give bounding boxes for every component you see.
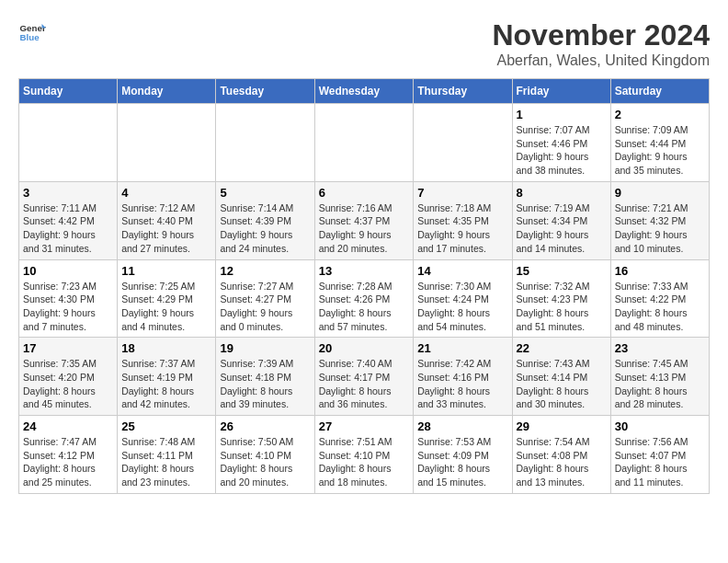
day-cell: 18Sunrise: 7:37 AM Sunset: 4:19 PM Dayli…	[118, 338, 216, 416]
day-number: 20	[319, 341, 410, 355]
day-cell: 4Sunrise: 7:12 AM Sunset: 4:40 PM Daylig…	[118, 181, 216, 259]
day-cell: 8Sunrise: 7:19 AM Sunset: 4:34 PM Daylig…	[512, 181, 610, 259]
day-cell	[314, 104, 414, 182]
day-info: Sunrise: 7:11 AM Sunset: 4:42 PM Dayligh…	[23, 201, 113, 256]
location-title: Aberfan, Wales, United Kingdom	[492, 52, 710, 69]
week-row-2: 3Sunrise: 7:11 AM Sunset: 4:42 PM Daylig…	[19, 181, 710, 259]
day-number: 14	[417, 264, 507, 278]
day-number: 8	[517, 186, 607, 200]
day-cell: 20Sunrise: 7:40 AM Sunset: 4:17 PM Dayli…	[314, 338, 414, 416]
day-cell: 7Sunrise: 7:18 AM Sunset: 4:35 PM Daylig…	[414, 181, 512, 259]
day-number: 19	[220, 341, 310, 355]
day-info: Sunrise: 7:56 AM Sunset: 4:07 PM Dayligh…	[615, 435, 705, 489]
day-number: 4	[121, 186, 211, 200]
day-info: Sunrise: 7:42 AM Sunset: 4:16 PM Dayligh…	[417, 357, 507, 411]
day-number: 3	[23, 186, 113, 200]
day-cell: 14Sunrise: 7:30 AM Sunset: 4:24 PM Dayli…	[414, 259, 512, 338]
day-cell: 25Sunrise: 7:48 AM Sunset: 4:11 PM Dayli…	[118, 416, 216, 494]
day-cell: 9Sunrise: 7:21 AM Sunset: 4:32 PM Daylig…	[610, 181, 709, 259]
day-cell	[216, 104, 314, 182]
day-info: Sunrise: 7:18 AM Sunset: 4:35 PM Dayligh…	[417, 201, 507, 256]
day-cell	[118, 104, 216, 182]
day-info: Sunrise: 7:54 AM Sunset: 4:08 PM Dayligh…	[517, 435, 607, 489]
day-number: 18	[121, 341, 211, 355]
day-cell: 12Sunrise: 7:27 AM Sunset: 4:27 PM Dayli…	[216, 259, 314, 338]
day-info: Sunrise: 7:12 AM Sunset: 4:40 PM Dayligh…	[121, 201, 211, 256]
day-info: Sunrise: 7:23 AM Sunset: 4:30 PM Dayligh…	[23, 280, 113, 334]
day-cell: 19Sunrise: 7:39 AM Sunset: 4:18 PM Dayli…	[216, 338, 314, 416]
day-cell	[414, 104, 512, 182]
day-number: 21	[417, 341, 507, 355]
page-header: General Blue November 2024 Aberfan, Wale…	[18, 18, 710, 69]
day-cell: 17Sunrise: 7:35 AM Sunset: 4:20 PM Dayli…	[19, 338, 118, 416]
day-cell: 16Sunrise: 7:33 AM Sunset: 4:22 PM Dayli…	[610, 259, 709, 338]
weekday-header-row: SundayMondayTuesdayWednesdayThursdayFrid…	[19, 79, 710, 104]
day-number: 13	[319, 264, 410, 278]
day-info: Sunrise: 7:50 AM Sunset: 4:10 PM Dayligh…	[220, 435, 310, 489]
weekday-header-tuesday: Tuesday	[216, 79, 314, 104]
day-cell: 11Sunrise: 7:25 AM Sunset: 4:29 PM Dayli…	[118, 259, 216, 338]
day-number: 17	[23, 341, 113, 355]
weekday-header-monday: Monday	[118, 79, 216, 104]
day-info: Sunrise: 7:14 AM Sunset: 4:39 PM Dayligh…	[220, 201, 310, 256]
day-cell	[19, 104, 118, 182]
title-section: November 2024 Aberfan, Wales, United Kin…	[492, 18, 710, 69]
day-info: Sunrise: 7:09 AM Sunset: 4:44 PM Dayligh…	[615, 123, 705, 178]
day-number: 5	[220, 186, 310, 200]
day-number: 6	[319, 186, 410, 200]
day-number: 16	[615, 264, 705, 278]
day-info: Sunrise: 7:32 AM Sunset: 4:23 PM Dayligh…	[517, 280, 607, 334]
day-info: Sunrise: 7:28 AM Sunset: 4:26 PM Dayligh…	[319, 280, 410, 334]
day-cell: 21Sunrise: 7:42 AM Sunset: 4:16 PM Dayli…	[414, 338, 512, 416]
logo: General Blue	[18, 18, 48, 46]
day-cell: 2Sunrise: 7:09 AM Sunset: 4:44 PM Daylig…	[610, 104, 709, 182]
day-number: 10	[23, 264, 113, 278]
weekday-header-sunday: Sunday	[19, 79, 118, 104]
day-cell: 29Sunrise: 7:54 AM Sunset: 4:08 PM Dayli…	[512, 416, 610, 494]
day-info: Sunrise: 7:07 AM Sunset: 4:46 PM Dayligh…	[517, 123, 607, 178]
day-cell: 13Sunrise: 7:28 AM Sunset: 4:26 PM Dayli…	[314, 259, 414, 338]
week-row-4: 17Sunrise: 7:35 AM Sunset: 4:20 PM Dayli…	[19, 338, 710, 416]
day-cell: 30Sunrise: 7:56 AM Sunset: 4:07 PM Dayli…	[610, 416, 709, 494]
day-cell: 6Sunrise: 7:16 AM Sunset: 4:37 PM Daylig…	[314, 181, 414, 259]
day-number: 28	[417, 419, 507, 433]
day-number: 22	[517, 341, 607, 355]
day-number: 25	[121, 419, 211, 433]
week-row-5: 24Sunrise: 7:47 AM Sunset: 4:12 PM Dayli…	[19, 416, 710, 494]
day-cell: 3Sunrise: 7:11 AM Sunset: 4:42 PM Daylig…	[19, 181, 118, 259]
day-cell: 5Sunrise: 7:14 AM Sunset: 4:39 PM Daylig…	[216, 181, 314, 259]
day-info: Sunrise: 7:25 AM Sunset: 4:29 PM Dayligh…	[121, 280, 211, 334]
month-title: November 2024	[492, 18, 710, 52]
day-number: 9	[615, 186, 705, 200]
day-number: 12	[220, 264, 310, 278]
day-number: 11	[121, 264, 211, 278]
weekday-header-saturday: Saturday	[610, 79, 709, 104]
day-info: Sunrise: 7:16 AM Sunset: 4:37 PM Dayligh…	[319, 201, 410, 256]
day-number: 23	[615, 341, 705, 355]
day-number: 27	[319, 419, 410, 433]
day-number: 7	[417, 186, 507, 200]
day-cell: 15Sunrise: 7:32 AM Sunset: 4:23 PM Dayli…	[512, 259, 610, 338]
day-cell: 27Sunrise: 7:51 AM Sunset: 4:10 PM Dayli…	[314, 416, 414, 494]
weekday-header-wednesday: Wednesday	[314, 79, 414, 104]
day-info: Sunrise: 7:33 AM Sunset: 4:22 PM Dayligh…	[615, 280, 705, 334]
day-info: Sunrise: 7:39 AM Sunset: 4:18 PM Dayligh…	[220, 357, 310, 411]
day-info: Sunrise: 7:35 AM Sunset: 4:20 PM Dayligh…	[23, 357, 113, 411]
weekday-header-thursday: Thursday	[414, 79, 512, 104]
day-number: 29	[517, 419, 607, 433]
weekday-header-friday: Friday	[512, 79, 610, 104]
day-number: 24	[23, 419, 113, 433]
day-cell: 10Sunrise: 7:23 AM Sunset: 4:30 PM Dayli…	[19, 259, 118, 338]
logo-icon: General Blue	[18, 18, 46, 46]
day-info: Sunrise: 7:47 AM Sunset: 4:12 PM Dayligh…	[23, 435, 113, 489]
day-number: 2	[615, 108, 705, 121]
day-info: Sunrise: 7:53 AM Sunset: 4:09 PM Dayligh…	[417, 435, 507, 489]
day-number: 30	[615, 419, 705, 433]
day-cell: 26Sunrise: 7:50 AM Sunset: 4:10 PM Dayli…	[216, 416, 314, 494]
day-info: Sunrise: 7:21 AM Sunset: 4:32 PM Dayligh…	[615, 201, 705, 256]
day-info: Sunrise: 7:45 AM Sunset: 4:13 PM Dayligh…	[615, 357, 705, 411]
svg-text:Blue: Blue	[20, 32, 40, 42]
day-info: Sunrise: 7:51 AM Sunset: 4:10 PM Dayligh…	[319, 435, 410, 489]
day-number: 26	[220, 419, 310, 433]
day-info: Sunrise: 7:48 AM Sunset: 4:11 PM Dayligh…	[121, 435, 211, 489]
